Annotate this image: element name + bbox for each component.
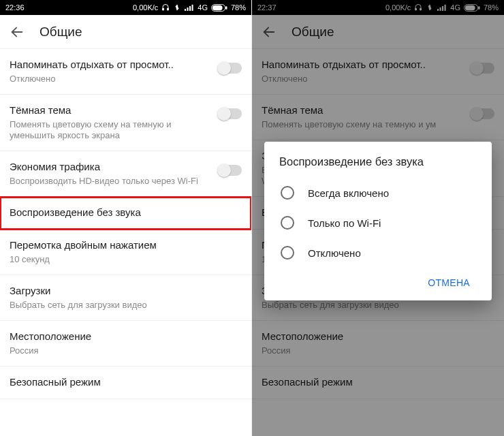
clock: 22:36 <box>5 3 25 12</box>
headphones-icon <box>414 3 422 12</box>
item-safe-mode[interactable]: Безопасный режим <box>252 367 504 399</box>
status-bar: 22:37 0,00K/c 4G 78% <box>252 0 504 15</box>
item-label: Местоположение <box>262 330 494 343</box>
option-wifi-only[interactable]: Только по Wi-Fi <box>279 208 477 238</box>
net-speed: 0,00K/c <box>385 3 411 12</box>
back-icon[interactable] <box>10 25 25 40</box>
svg-rect-8 <box>225 6 227 10</box>
phone-left: 22:36 0,00K/c 4G 78% Общие Напоминать от… <box>0 0 252 436</box>
item-sub: Воспроизводить HD-видео только через Wi-… <box>10 176 212 187</box>
page-title: Общие <box>40 25 82 40</box>
item-sub: Отключено <box>262 74 464 84</box>
option-always-on[interactable]: Всегда включено <box>279 178 477 208</box>
item-label: Загрузки <box>10 285 242 298</box>
vibrate-icon <box>173 3 181 12</box>
svg-rect-3 <box>187 7 189 11</box>
item-label: Местоположение <box>10 330 242 343</box>
option-label: Всегда включено <box>308 187 389 199</box>
item-label: Тёмная тема <box>262 104 464 117</box>
item-label: Напоминать отдыхать от просмот.. <box>262 59 464 72</box>
item-dark-theme[interactable]: Тёмная тема Поменять цветовую схему на т… <box>252 95 504 140</box>
item-safe-mode[interactable]: Безопасный режим <box>0 367 251 399</box>
radio-icon <box>281 216 294 230</box>
item-data-saver[interactable]: Экономия трафика Воспроизводить HD-видео… <box>0 151 251 197</box>
item-sub: 10 секунд <box>10 254 242 265</box>
svg-rect-7 <box>212 5 223 10</box>
toggle-switch[interactable] <box>219 108 242 119</box>
option-label: Только по Wi-Fi <box>308 217 381 229</box>
item-remind-break[interactable]: Напоминать отдыхать от просмот.. Отключе… <box>252 49 504 95</box>
signal-icon <box>437 3 447 12</box>
svg-rect-18 <box>478 6 479 10</box>
item-sub: Поменять цветовую схему на темную и ум <box>262 119 464 130</box>
item-double-tap-seek[interactable]: Перемотка двойным нажатием 10 секунд <box>0 230 251 275</box>
item-muted-playback[interactable]: Воспроизведение без звука <box>0 197 251 230</box>
svg-rect-12 <box>437 9 439 11</box>
phone-right: 22:37 0,00K/c 4G 78% Общие Напоминать от… <box>252 0 504 436</box>
item-dark-theme[interactable]: Тёмная тема Поменять цветовую схему на т… <box>0 95 251 151</box>
dialog-muted-playback: Воспроизведение без звука Всегда включен… <box>264 142 492 300</box>
toggle-switch[interactable] <box>471 108 494 119</box>
item-sub: Поменять цветовую схему на темную и умен… <box>10 119 212 142</box>
svg-rect-11 <box>420 8 422 10</box>
page-title: Общие <box>292 25 334 40</box>
svg-rect-4 <box>189 6 191 11</box>
item-sub: Россия <box>262 345 494 356</box>
app-bar: Общие <box>0 15 251 49</box>
item-sub: Выбрать сеть для загрузки видео <box>10 300 242 311</box>
item-label: Напоминать отдыхать от просмот.. <box>10 59 212 72</box>
item-label: Перемотка двойным нажатием <box>10 239 242 252</box>
item-downloads[interactable]: Загрузки Выбрать сеть для загрузки видео <box>0 275 251 321</box>
battery-pct: 78% <box>484 3 499 12</box>
svg-rect-2 <box>185 9 186 11</box>
toggle-switch[interactable] <box>219 63 242 74</box>
app-bar: Общие <box>252 15 504 49</box>
net-speed: 0,00K/c <box>133 3 158 12</box>
item-label: Тёмная тема <box>10 104 212 117</box>
radio-icon <box>281 246 294 260</box>
dialog-title: Воспроизведение без звука <box>279 155 477 168</box>
option-off[interactable]: Отключено <box>279 238 477 268</box>
toggle-switch[interactable] <box>219 165 242 176</box>
back-icon[interactable] <box>262 25 277 40</box>
item-sub: Россия <box>10 345 242 356</box>
svg-rect-10 <box>415 8 417 10</box>
item-label: Безопасный режим <box>262 376 494 389</box>
cancel-button[interactable]: ОТМЕНА <box>421 272 477 294</box>
item-sub: Выбрать сеть для загрузки видео <box>262 300 494 311</box>
battery-pct: 78% <box>231 3 246 12</box>
svg-rect-17 <box>465 5 475 10</box>
network-label: 4G <box>198 3 208 12</box>
clock: 22:37 <box>257 3 277 12</box>
battery-icon <box>211 4 227 12</box>
status-bar: 22:36 0,00K/c 4G 78% <box>0 0 251 15</box>
svg-rect-15 <box>445 5 446 11</box>
svg-rect-0 <box>163 8 164 10</box>
signal-icon <box>185 3 194 12</box>
radio-icon <box>281 186 294 200</box>
svg-rect-5 <box>192 5 193 11</box>
item-label: Безопасный режим <box>10 376 242 389</box>
svg-rect-13 <box>440 7 441 11</box>
battery-icon <box>464 4 480 12</box>
svg-rect-1 <box>168 8 169 10</box>
headphones-icon <box>161 3 170 12</box>
settings-list: Напоминать отдыхать от просмот.. Отключе… <box>0 49 251 399</box>
item-sub: Отключено <box>10 74 212 84</box>
item-label: Воспроизведение без звука <box>10 206 242 219</box>
vibrate-icon <box>426 3 434 12</box>
option-label: Отключено <box>308 247 361 259</box>
svg-rect-14 <box>442 6 443 11</box>
item-location[interactable]: Местоположение Россия <box>0 321 251 367</box>
item-remind-break[interactable]: Напоминать отдыхать от просмот.. Отключе… <box>0 49 251 95</box>
item-label: Экономия трафика <box>10 161 212 174</box>
item-location[interactable]: Местоположение Россия <box>252 321 504 367</box>
toggle-switch[interactable] <box>471 63 494 74</box>
network-label: 4G <box>450 3 460 12</box>
